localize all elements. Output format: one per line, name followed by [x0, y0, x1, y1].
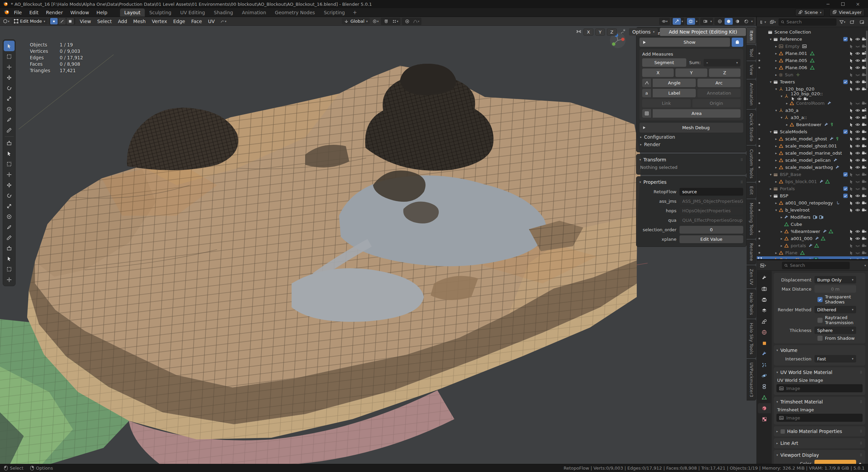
hide-render-toggle[interactable]	[862, 122, 867, 127]
hide-render-toggle[interactable]	[862, 186, 867, 191]
tool-select-box[interactable]	[4, 51, 15, 62]
shading-material-button[interactable]	[733, 18, 742, 25]
panel-collapse-icon[interactable]: ▾	[639, 158, 641, 161]
outliner-row-plane-005[interactable]: ▸Plane.005	[757, 57, 868, 64]
color-swatch[interactable]	[814, 460, 856, 464]
mode-dropdown[interactable]: Edit Mode ▾	[12, 18, 47, 24]
custom-prop-value[interactable]: source	[679, 188, 743, 196]
hide-viewport-toggle[interactable]	[855, 44, 860, 49]
tool-inset-faces[interactable]	[4, 159, 15, 169]
collection-checkbox[interactable]	[843, 186, 848, 191]
selectable-toggle[interactable]	[849, 172, 854, 177]
outliner-scrollbar[interactable]	[866, 31, 868, 88]
render-section[interactable]: ▸Render	[639, 141, 743, 149]
max-distance-field[interactable]: 0 m	[814, 285, 856, 293]
measure-arc-button[interactable]: Arc	[697, 79, 741, 87]
selectable-toggle[interactable]	[849, 236, 854, 241]
hide-render-toggle[interactable]	[862, 143, 867, 149]
outliner-row-scene-collection[interactable]: Scene Collection	[757, 28, 868, 36]
outliner-row-reference[interactable]: ▾Reference	[757, 36, 868, 43]
maximize-button[interactable]	[835, 0, 850, 8]
proportional-editing-icon[interactable]	[403, 18, 411, 25]
overlays-dropdown[interactable]: ▾	[696, 20, 697, 23]
measure-y-button[interactable]: Y	[675, 68, 707, 77]
properties-tab-world[interactable]	[758, 327, 771, 337]
shading-rendered-button[interactable]	[742, 18, 750, 25]
outliner-row-scale-model-pelican[interactable]: ▸scale_model_pelican	[757, 157, 868, 164]
measure-label-button[interactable]: Label	[653, 89, 696, 97]
selectable-toggle[interactable]	[849, 194, 854, 198]
properties-tab-material[interactable]	[758, 403, 771, 413]
properties-tab-modifiers[interactable]	[758, 349, 771, 359]
selectable-toggle[interactable]	[849, 122, 854, 127]
selectable-toggle[interactable]	[849, 144, 854, 149]
tool-fallback-icon[interactable]: ▾	[219, 18, 227, 25]
hide-viewport-toggle[interactable]	[855, 122, 860, 127]
menu-file[interactable]: File	[10, 9, 25, 16]
hide-viewport-toggle[interactable]	[855, 179, 860, 184]
shading-dropdown[interactable]: ▾	[751, 20, 753, 23]
collection-checkbox[interactable]	[843, 80, 848, 84]
outliner-row-scale-model-warthog[interactable]: ▸scale_model_warthog	[757, 164, 868, 171]
properties-tab-object-data[interactable]	[758, 392, 771, 402]
outliner-row-b-levelroot[interactable]: ▾b_levelroot	[757, 206, 868, 214]
tool-cursor[interactable]	[4, 62, 15, 72]
thickness-dropdown[interactable]: Sphere▾	[814, 327, 856, 334]
mirror-z-button[interactable]: Z	[607, 28, 617, 36]
properties-tab-scene[interactable]	[758, 316, 771, 327]
selectable-toggle[interactable]	[849, 158, 854, 163]
hide-viewport-toggle[interactable]	[855, 200, 860, 205]
outliner-row-plane[interactable]: ▸Plane	[757, 249, 868, 256]
selectable-toggle[interactable]	[849, 186, 854, 191]
outliner-row-empty[interactable]: ▸Empty	[757, 43, 868, 50]
measure-angle-button[interactable]: Angle	[653, 79, 696, 87]
properties-tab-particles[interactable]	[758, 360, 771, 370]
sidebar-tab-halo-sky-tools[interactable]: Halo Sky Tools	[747, 319, 756, 358]
selectable-toggle[interactable]	[849, 73, 854, 77]
sidebar-tab-rename[interactable]: Rename	[747, 240, 756, 264]
custom-prop-value[interactable]: Edit Value	[679, 235, 743, 243]
viewport-3d[interactable]: ▾ Edit Mode ▾ ViewSelectAddMeshVertexEdg…	[0, 17, 756, 464]
outliner-row-portals[interactable]: ▸portals	[757, 242, 868, 249]
custom-prop-value[interactable]: HOpsObjectProperties	[679, 207, 743, 215]
properties-tab-texture[interactable]	[758, 414, 771, 424]
selectable-toggle[interactable]	[849, 151, 854, 156]
outliner-row-scale-model-ghost-001[interactable]: ▸scale_model_ghost.001	[757, 142, 868, 150]
sidebar-tab-view[interactable]: View	[747, 61, 756, 79]
viewport-menu-uv[interactable]: UV	[205, 18, 218, 25]
prop-check-from-shadow[interactable]: From Shadow	[776, 336, 863, 341]
selectable-toggle[interactable]	[849, 51, 854, 56]
shading-solid-button[interactable]	[725, 18, 733, 25]
outliner-row-plane-001[interactable]: ▸Plane.001	[757, 50, 868, 57]
selectable-toggle[interactable]	[849, 44, 854, 49]
hide-viewport-toggle[interactable]	[855, 236, 860, 241]
outliner-row-a30-a[interactable]: ▾a30_a	[757, 107, 868, 114]
hide-viewport-toggle[interactable]	[855, 250, 860, 255]
viewport-menu-vertex[interactable]: Vertex	[149, 18, 170, 25]
custom-prop-value[interactable]: QUA_EffectPropertiesGroup	[679, 216, 743, 224]
properties-tab-object[interactable]	[758, 338, 771, 348]
outliner-row-plane-006[interactable]: ▸Plane.006	[757, 64, 868, 71]
pivot-point-dropdown[interactable]: ▾	[371, 18, 379, 25]
tool-edge-slide[interactable]	[4, 232, 15, 243]
gizmos-dropdown[interactable]: ▾	[682, 20, 683, 23]
workspace-tab-geometry-nodes[interactable]: Geometry Nodes	[271, 8, 319, 17]
hide-render-toggle[interactable]	[862, 257, 867, 259]
menu-window[interactable]: Window	[66, 9, 93, 16]
selectable-toggle[interactable]	[849, 65, 854, 70]
properties-tab-physics[interactable]	[758, 371, 771, 381]
properties-tab-output[interactable]	[758, 295, 771, 305]
selectable-toggle[interactable]	[849, 87, 854, 92]
workspace-tab-layout[interactable]: Layout	[120, 8, 145, 17]
properties-options-dropdown[interactable]: ▾	[864, 264, 866, 267]
viewport-menu-select[interactable]: Select	[94, 18, 115, 25]
hide-render-toggle[interactable]	[862, 179, 867, 184]
tool-scale[interactable]	[4, 93, 15, 104]
viewlayer-selector[interactable]: ViewLayer	[829, 9, 865, 16]
hide-viewport-toggle[interactable]	[855, 72, 860, 77]
properties-tab-constraints[interactable]	[758, 381, 771, 392]
outliner-filter-mode-dropdown[interactable]: ▾	[769, 19, 777, 25]
selectable-toggle[interactable]	[849, 115, 854, 120]
custom-prop-value[interactable]: 0	[679, 226, 743, 234]
viewport-menu-view[interactable]: View	[77, 18, 94, 25]
